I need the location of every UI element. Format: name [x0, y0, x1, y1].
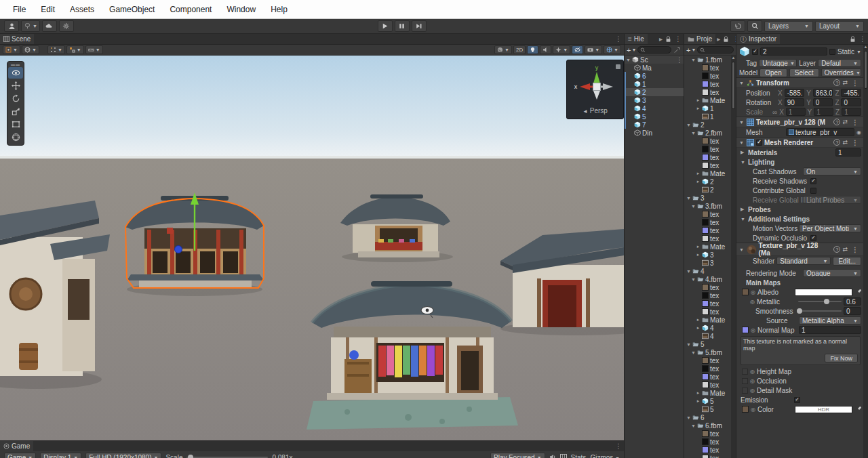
hierarchy-create-button[interactable]: +▼	[627, 46, 636, 54]
project-scrollbar[interactable]: ▲	[731, 56, 736, 458]
project-item-tex[interactable]: tex	[684, 88, 736, 96]
project-item-tex[interactable]: tex	[684, 210, 736, 218]
project-item-tex[interactable]: tex	[684, 438, 736, 446]
position-x-field[interactable]: -585.	[785, 89, 805, 97]
presets-icon[interactable]: ⇄	[842, 139, 848, 146]
position-z-field[interactable]: -455.	[841, 89, 861, 97]
tab-project[interactable]: Proje	[684, 34, 715, 44]
project-item-5[interactable]: ▼5	[684, 340, 736, 348]
project-item-4[interactable]: ▼4	[684, 267, 736, 275]
help-icon[interactable]: ?	[833, 139, 840, 146]
project-item-tex[interactable]: tex	[684, 153, 736, 161]
inspector-menu-kebab-icon[interactable]: ⋮	[857, 34, 868, 44]
project-item-mate[interactable]: ▸Mate	[684, 96, 736, 104]
project-item-3-fbm[interactable]: ▼3.fbm	[684, 202, 736, 210]
hierarchy-menu-kebab-icon[interactable]: ⋮	[673, 34, 684, 44]
ruler-snap-button[interactable]: ▼	[85, 45, 103, 54]
texture-slot-icon[interactable]: ◎	[750, 299, 755, 305]
menu-item-gameobject[interactable]: GameObject	[102, 0, 162, 18]
hierarchy-item-4[interactable]: 4	[625, 104, 684, 112]
menu-item-component[interactable]: Component	[162, 0, 219, 18]
kebab-icon[interactable]: ⋮	[850, 79, 861, 87]
emission-checkbox[interactable]: ✓	[794, 397, 800, 403]
hierarchy-item-2[interactable]: 2	[625, 88, 684, 96]
scale-link-icon[interactable]: ∞	[772, 108, 777, 116]
texture-slot-icon[interactable]: ◎	[751, 289, 755, 295]
tab-inspector[interactable]: i Inspector	[736, 34, 780, 44]
height-map-slot[interactable]	[742, 369, 748, 375]
hierarchy-item-ma[interactable]: Ma	[625, 64, 684, 72]
project-item-tex[interactable]: tex	[684, 308, 736, 316]
motion-vectors-dropdown[interactable]: Per Object Moti▼	[799, 224, 861, 232]
project-item-3[interactable]: ▼3	[684, 194, 736, 202]
hierarchy-item-1[interactable]: 1	[625, 80, 684, 88]
albedo-texture-thumb[interactable]	[742, 289, 749, 295]
vsync-button[interactable]	[560, 454, 567, 458]
presets-icon[interactable]: ⇄	[842, 79, 848, 86]
project-item-tex[interactable]: tex	[684, 291, 736, 299]
project-item-4[interactable]: 4	[684, 332, 736, 340]
contribute-global-checkbox[interactable]	[810, 188, 816, 194]
mesh-filter-header[interactable]: ▼ Texture_pbr_v 128 (M ? ⇄ ⋮	[736, 117, 863, 127]
settings-button[interactable]	[59, 20, 74, 32]
rect-tool-button[interactable]	[8, 119, 23, 130]
material-header[interactable]: ▼ Texture_pbr_v 128 (Ma ? ⇄ ⋮	[736, 243, 863, 256]
gizmos-toggle-button[interactable]: ▼	[604, 45, 621, 54]
occlusion-slot[interactable]	[742, 378, 748, 384]
project-item-tex[interactable]: tex	[684, 161, 736, 169]
game-display-mode-dropdown[interactable]: Game▼	[4, 453, 36, 458]
kebab-icon[interactable]: ⋮	[850, 119, 861, 126]
project-item-3[interactable]: ▸3	[684, 251, 736, 259]
lighting-toggle-button[interactable]	[527, 45, 538, 54]
account-button[interactable]	[4, 20, 19, 32]
rotation-x-field[interactable]: 90	[785, 98, 805, 106]
model-select-button[interactable]: Select	[789, 68, 819, 77]
eyedropper-icon[interactable]	[854, 405, 861, 413]
transform-tool-button[interactable]	[8, 131, 23, 143]
hierarchy-item-din[interactable]: Din	[625, 129, 684, 137]
eyedropper-icon[interactable]	[854, 288, 861, 296]
project-create-button[interactable]: +▼	[686, 46, 696, 54]
scene-menu-kebab-icon[interactable]: ⋮	[613, 34, 624, 44]
pause-button[interactable]	[395, 20, 410, 32]
shader-edit-button[interactable]: Edit...	[833, 257, 861, 266]
model-open-button[interactable]: Open	[760, 68, 787, 77]
project-item-tex[interactable]: tex	[684, 64, 736, 72]
project-item-tex[interactable]: tex	[684, 381, 736, 389]
tab-next-icon[interactable]: ▸	[715, 34, 722, 44]
smoothness-value-field[interactable]: 0	[844, 307, 861, 315]
overrides-dropdown[interactable]: Overrides▼	[821, 68, 861, 77]
audio-toggle-button[interactable]	[540, 45, 551, 54]
hierarchy-scene-root[interactable]: ▼Sc⋮	[625, 56, 684, 64]
project-item-2-fbm[interactable]: ▼2.fbm	[684, 129, 736, 137]
emission-color-thumb[interactable]	[742, 406, 749, 413]
texture-slot-icon[interactable]: ◎	[751, 327, 755, 333]
layers-dropdown[interactable]: Layers▼	[764, 21, 813, 32]
scroll-up-icon[interactable]: ▲	[863, 45, 868, 49]
position-y-field[interactable]: 863.0	[813, 89, 833, 97]
project-item-tex[interactable]: tex	[684, 234, 736, 243]
tab-game[interactable]: Game	[0, 441, 33, 451]
project-item-5[interactable]: ▸5	[684, 397, 736, 405]
stats-button[interactable]: Stats	[571, 454, 587, 458]
projection-label[interactable]: ◄ Persp	[567, 107, 623, 114]
version-control-button[interactable]: ▼	[21, 20, 40, 32]
materials-foldout[interactable]: Materials	[748, 149, 777, 157]
play-focused-dropdown[interactable]: Play Focused▼	[490, 453, 545, 458]
project-item-tex[interactable]: tex	[684, 137, 736, 145]
project-search-input[interactable]	[697, 46, 734, 54]
project-item-1-fbm[interactable]: ▼1.fbm	[684, 56, 736, 64]
normal-map-value-field[interactable]: 1	[799, 326, 861, 334]
game-gizmos-dropdown[interactable]: Gizmos ▼	[590, 454, 620, 458]
2d-toggle-button[interactable]: 2D	[513, 45, 526, 54]
camera-settings-button[interactable]: ▼	[585, 45, 602, 54]
metallic-value-field[interactable]: 0.6	[844, 297, 861, 306]
menu-item-file[interactable]: File	[5, 0, 33, 18]
mesh-object-field[interactable]: texture_pbr_v	[786, 128, 854, 136]
project-item-tex[interactable]: tex	[684, 365, 736, 373]
transform-header[interactable]: ▼ Transform ? ⇄ ⋮	[736, 77, 863, 88]
layout-dropdown[interactable]: Layout▼	[815, 21, 864, 32]
active-checkbox[interactable]: ✓	[752, 49, 758, 55]
shader-dropdown[interactable]: Standard▼	[776, 257, 831, 265]
project-item-tex[interactable]: tex	[684, 145, 736, 153]
